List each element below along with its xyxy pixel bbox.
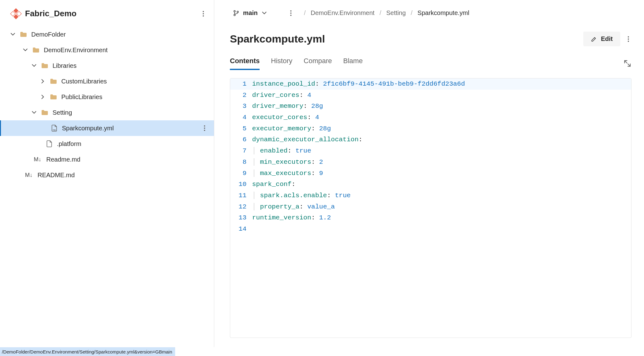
repo-name: Fabric_Demo xyxy=(25,9,77,18)
branch-picker[interactable]: main xyxy=(230,8,270,18)
tab-compare[interactable]: Compare xyxy=(304,57,332,70)
tree-folder-demoenv[interactable]: DemoEnv.Environment xyxy=(0,42,214,58)
line-number: 10 xyxy=(230,179,252,190)
tree-label: Sparkcompute.yml xyxy=(62,125,197,132)
edit-button[interactable]: Edit xyxy=(583,32,620,46)
breadcrumb-segment[interactable]: DemoEnv.Environment xyxy=(311,9,374,17)
tree-label: CustomLibraries xyxy=(61,78,208,85)
line-number: 13 xyxy=(230,212,252,223)
tree-folder-demofolder[interactable]: DemoFolder xyxy=(0,27,214,42)
svg-point-14 xyxy=(290,10,292,12)
main-panel: main / DemoEnv.Environment / Setting / S… xyxy=(214,0,644,347)
tree-label: Readme.md xyxy=(46,156,208,163)
sidebar-header: Fabric_Demo xyxy=(0,0,214,25)
line-number: 9 xyxy=(230,168,252,179)
folder-icon xyxy=(20,32,27,37)
breadcrumb-separator: / xyxy=(411,9,413,17)
status-path: /DemoFolder/DemoEnv.Environment/Setting/… xyxy=(2,349,172,354)
svg-point-10 xyxy=(204,130,205,131)
tree-file-readme-root[interactable]: M↓ README.md xyxy=(0,167,214,183)
tree-label: DemoFolder xyxy=(31,31,208,38)
line-number: 4 xyxy=(230,112,252,123)
line-number: 6 xyxy=(230,134,252,145)
tree-folder-publiclibs[interactable]: PublicLibraries xyxy=(0,89,214,105)
status-bar: /DemoFolder/DemoEnv.Environment/Setting/… xyxy=(0,347,175,356)
sidebar-more-icon[interactable] xyxy=(200,11,206,17)
sidebar: Fabric_Demo DemoFolder DemoEnv.Environme… xyxy=(0,0,214,347)
svg-point-8 xyxy=(204,125,205,127)
tree-folder-libraries[interactable]: Libraries xyxy=(0,58,214,73)
line-number: 2 xyxy=(230,90,252,101)
breadcrumb-separator: / xyxy=(304,9,306,17)
file-header: Sparkcompute.yml Edit xyxy=(214,18,644,46)
line-number: 11 xyxy=(230,190,252,201)
tab-history[interactable]: History xyxy=(271,57,292,70)
svg-point-9 xyxy=(204,128,205,129)
svg-point-13 xyxy=(237,11,239,13)
line-number: 8 xyxy=(230,157,252,168)
tab-blame[interactable]: Blame xyxy=(343,57,363,70)
tree-file-sparkcompute[interactable]: YML Sparkcompute.yml xyxy=(0,120,214,136)
folder-icon xyxy=(41,63,48,68)
branch-label: main xyxy=(243,9,258,17)
tree-file-readme-inner[interactable]: M↓ Readme.md xyxy=(0,152,214,167)
tree-folder-setting[interactable]: Setting xyxy=(0,105,214,120)
svg-point-18 xyxy=(628,38,629,40)
line-number: 3 xyxy=(230,101,252,112)
tabs: Contents History Compare Blame xyxy=(230,57,363,70)
tree-label: Setting xyxy=(53,109,208,116)
chevron-down-icon xyxy=(31,63,37,68)
chevron-down-icon xyxy=(31,110,37,115)
breadcrumb: / DemoEnv.Environment / Setting / Sparkc… xyxy=(304,9,635,17)
tab-contents[interactable]: Contents xyxy=(230,57,260,70)
main-top-bar: main / DemoEnv.Environment / Setting / S… xyxy=(214,0,644,18)
svg-point-16 xyxy=(290,15,292,16)
line-number: 14 xyxy=(230,223,252,235)
markdown-icon: M↓ xyxy=(25,172,33,178)
svg-point-12 xyxy=(234,14,236,16)
folder-icon xyxy=(50,94,57,100)
row-more-icon[interactable] xyxy=(201,125,208,131)
file-tree: DemoFolder DemoEnv.Environment Libraries… xyxy=(0,25,214,347)
yml-file-icon: YML xyxy=(51,125,58,132)
repo-title[interactable]: Fabric_Demo xyxy=(11,9,77,18)
file-title: Sparkcompute.yml xyxy=(230,33,325,45)
tree-file-platform[interactable]: .platform xyxy=(0,136,214,152)
folder-icon xyxy=(41,110,48,115)
svg-point-19 xyxy=(628,41,629,42)
svg-point-11 xyxy=(234,10,236,12)
file-icon xyxy=(46,140,53,147)
tree-label: .platform xyxy=(57,140,208,148)
chevron-down-icon xyxy=(23,47,28,53)
svg-point-17 xyxy=(628,36,629,38)
chevron-right-icon xyxy=(40,94,46,100)
folder-icon xyxy=(33,47,39,53)
breadcrumb-segment-current[interactable]: Sparkcompute.yml xyxy=(418,9,469,17)
line-number: 12 xyxy=(230,201,252,213)
chevron-down-icon xyxy=(261,10,267,16)
svg-point-6 xyxy=(203,15,204,17)
tree-label: DemoEnv.Environment xyxy=(44,47,208,54)
edit-label: Edit xyxy=(601,35,613,43)
tree-label: README.md xyxy=(38,172,208,179)
chevron-down-icon xyxy=(10,32,16,37)
tree-folder-customlibs[interactable]: CustomLibraries xyxy=(0,73,214,89)
line-number: 7 xyxy=(230,145,252,157)
markdown-icon: M↓ xyxy=(34,156,42,163)
file-actions: Edit xyxy=(583,32,631,46)
pencil-icon xyxy=(591,36,597,42)
fullscreen-icon[interactable] xyxy=(623,59,631,68)
tree-label: PublicLibraries xyxy=(61,93,208,101)
code-viewer[interactable]: 1instance_pool_id: 2f1c6bf9-4145-491b-be… xyxy=(230,78,631,338)
tree-label: Libraries xyxy=(53,62,208,69)
line-number: 5 xyxy=(230,123,252,134)
branch-more-icon[interactable] xyxy=(288,10,294,16)
chevron-right-icon xyxy=(40,78,46,84)
breadcrumb-segment[interactable]: Setting xyxy=(386,9,406,17)
svg-point-15 xyxy=(290,13,292,14)
breadcrumb-separator: / xyxy=(379,9,381,17)
svg-text:YML: YML xyxy=(53,129,56,131)
folder-icon xyxy=(50,78,57,84)
repo-icon xyxy=(9,7,23,20)
file-more-icon[interactable] xyxy=(625,36,631,42)
